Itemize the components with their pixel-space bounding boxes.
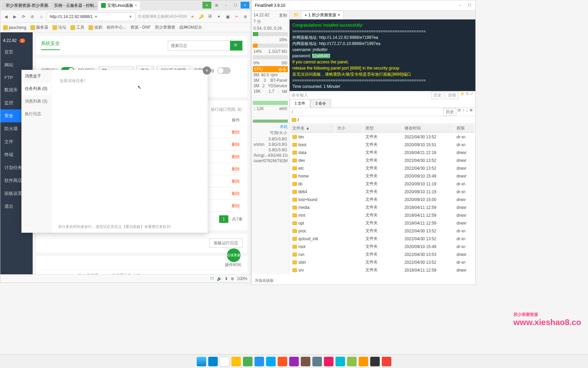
taskbar-app[interactable] (278, 357, 287, 366)
cut-icon[interactable]: ✂ (233, 13, 240, 20)
history-button[interactable]: 历史 (431, 91, 444, 99)
upload-icon[interactable]: ↑ (462, 108, 464, 116)
taskbar-app[interactable] (324, 357, 333, 366)
window-maximize-icon[interactable]: ☐ (231, 2, 240, 9)
delete-link[interactable]: 删除 (232, 130, 240, 135)
file-row[interactable]: boot文件夹2020/09/10 15:51dr-xr- (290, 141, 475, 148)
delete-link[interactable]: 删除 (232, 191, 240, 196)
taskbar-app[interactable] (336, 357, 345, 366)
modal-close-button[interactable]: × (203, 66, 211, 75)
window-minimize-icon[interactable]: − (456, 2, 464, 9)
bookmark-item[interactable]: 战神GM后台 (179, 25, 202, 30)
puzzle-icon[interactable]: ✦ (215, 13, 222, 20)
expand-icon[interactable]: ⤢ (470, 91, 473, 99)
page-button[interactable]: 1 (219, 215, 228, 223)
window-maximize-icon[interactable]: ☐ (465, 2, 474, 9)
terminal-tab[interactable]: ●1 邪少亲测资源× (301, 11, 344, 20)
file-row[interactable]: mnt文件夹2018/04/11 12:59drwxr (290, 212, 475, 219)
bookmark-item[interactable]: 服务器 (30, 25, 48, 30)
file-row[interactable]: srv文件夹2018/04/11 12:59drwxr (290, 266, 475, 274)
refresh-icon[interactable]: ⟳ (458, 108, 461, 116)
more-icon[interactable]: ⊕ (242, 13, 249, 20)
search-input[interactable] (168, 41, 230, 50)
download-icon[interactable]: ⬇ (225, 276, 228, 281)
taskbar-app[interactable] (370, 357, 380, 366)
local-link[interactable]: 本机 (253, 124, 288, 130)
taskbar-app[interactable] (359, 357, 368, 366)
hidden-icon[interactable]: 👁 (469, 108, 473, 116)
modal-tab-messages[interactable]: 消息列表 (3) (21, 95, 51, 108)
bookmark-item[interactable]: 追剧 (88, 25, 102, 30)
browser-tab-0[interactable]: 邪少亲测资源-邪少亲测...× (2, 1, 49, 10)
sidebar-item-0[interactable]: 首页 (0, 46, 33, 59)
file-path[interactable]: / 历史 ⟳ ↑ ↓ 👁 (290, 108, 475, 116)
window-minimize-icon[interactable]: − (222, 2, 230, 9)
file-row[interactable]: etc文件夹2022/04/30 13:52drwxr (290, 165, 475, 172)
copy-icon[interactable]: ⎘ (466, 91, 469, 99)
star-icon[interactable]: ★ (189, 13, 196, 20)
file-tab-files[interactable]: 1 文件 (290, 99, 310, 108)
url-bar[interactable]: http://1.14.22.82:8888/1✦▼ (47, 12, 135, 21)
taskbar-app[interactable] (266, 357, 276, 366)
window-menu-icon[interactable]: ≡ (202, 2, 211, 9)
file-row[interactable]: qcloud_init文件夹2022/04/30 13:52dr-xr- (290, 235, 475, 242)
shield-icon[interactable]: 🛡 (210, 276, 214, 281)
close-icon[interactable]: × (135, 3, 137, 8)
file-tab-cmd[interactable]: 2 命令 (310, 99, 331, 108)
file-row[interactable]: root文件夹2020/09/10 15:49dr-xr- (290, 243, 475, 250)
taskbar-app[interactable] (243, 357, 252, 366)
history-button[interactable]: 历史 (443, 108, 456, 116)
search-button[interactable]: 🔍 (230, 41, 242, 50)
customer-service-button[interactable]: 在线客服 (227, 248, 241, 262)
window-pin-icon[interactable]: ⊞ (212, 2, 221, 9)
taskbar-app[interactable] (312, 357, 322, 366)
delete-link[interactable]: 删除 (232, 167, 240, 171)
col-type[interactable]: 类型 (363, 124, 402, 133)
file-row[interactable]: run文件夹2022/04/30 13:53drwxr (290, 251, 475, 258)
folder-icon[interactable]: 📁 (292, 13, 301, 17)
bookmark-item[interactable]: 工具 (70, 25, 84, 30)
bookmark-item[interactable]: 邪少亲测资 (155, 25, 175, 30)
browser-tab-2[interactable]: 宝塔Linux面板× (98, 1, 140, 10)
security-tab[interactable]: 系统安全 (41, 41, 60, 50)
browser-tab-1[interactable]: 实例 - 云服务器 - 控制...× (50, 1, 98, 10)
taskbar-app[interactable] (301, 357, 310, 366)
breadcrumb[interactable]: / (290, 116, 475, 124)
col-name[interactable]: 文件名 ▲ (290, 124, 334, 133)
col-perm[interactable]: 权限 (455, 124, 475, 133)
file-row[interactable]: lib64文件夹2020/09/10 11:19dr-xr- (290, 188, 475, 195)
zoom-add-icon[interactable]: ⊕ (231, 276, 234, 281)
back-icon[interactable]: ◀ (2, 13, 9, 20)
file-row[interactable]: lib文件夹2020/09/10 11:19dr-xr- (290, 180, 475, 187)
key-icon[interactable]: 🔑 (198, 13, 205, 20)
sound-icon[interactable]: 🔊 (217, 276, 222, 281)
command-hint[interactable]: 命令输入 (292, 92, 308, 98)
panel-log-button[interactable]: 面板运行日志 (209, 239, 243, 248)
options-button[interactable]: 选项 (445, 91, 458, 99)
file-row[interactable]: home文件夹2020/09/10 15:49drwxr (290, 172, 475, 180)
home-icon[interactable]: ⌂ (38, 13, 45, 20)
forward-icon[interactable]: ▶ (11, 13, 18, 20)
taskbar-app[interactable] (220, 357, 229, 366)
modal-tab-logs[interactable]: 执行日志 (21, 108, 51, 120)
notification-badge[interactable]: 3 (19, 39, 26, 43)
file-row[interactable]: data文件夹2016/04/21 22:18drwxr (290, 149, 475, 156)
delete-link[interactable]: 删除 (232, 179, 240, 184)
taskbar-app[interactable] (255, 357, 264, 366)
file-row[interactable]: bin文件夹2022/04/30 13:52dr-xr- (290, 133, 475, 140)
start-button[interactable] (197, 357, 206, 366)
file-row[interactable]: lost+found文件夹2020/09/10 15:00drwx- (290, 196, 475, 203)
taskbar-app[interactable] (347, 357, 357, 366)
video-icon[interactable]: ▣ (224, 13, 231, 20)
taskbar-app[interactable] (208, 357, 218, 366)
translate-icon[interactable]: 译 (207, 13, 213, 20)
bookmark-item[interactable]: 论坛 (52, 25, 66, 30)
download-icon[interactable]: ↓ (466, 108, 468, 116)
col-date[interactable]: 修改时间 (403, 124, 454, 133)
bookmark-item[interactable]: jiaocheng (3, 25, 26, 30)
delete-link[interactable]: 删除 (232, 203, 240, 208)
close-icon[interactable]: × (338, 13, 340, 17)
file-row[interactable]: opt文件夹2018/04/11 12:59drwxr (290, 219, 475, 227)
log-search[interactable]: 🔍 (168, 41, 243, 51)
col-size[interactable]: 大小 (335, 124, 363, 133)
